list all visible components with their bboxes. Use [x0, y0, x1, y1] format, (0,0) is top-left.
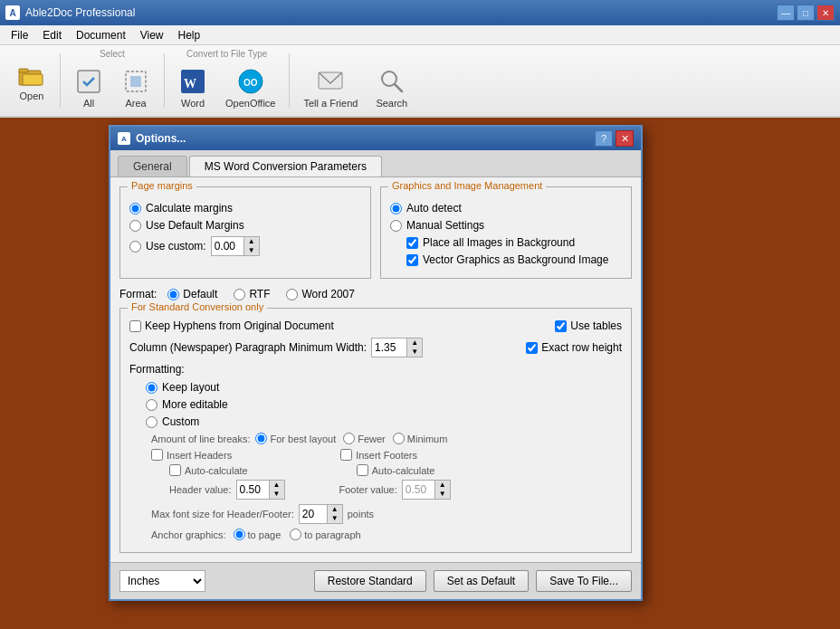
svg-rect-3 — [78, 71, 100, 92]
tab-msword[interactable]: MS Word Conversion Parameters — [189, 156, 382, 176]
restore-standard-button[interactable]: Restore Standard — [314, 570, 426, 592]
share-items: Tell a Friend Search — [295, 62, 415, 113]
dialog-controls: ? ✕ — [595, 130, 634, 147]
tab-general[interactable]: General — [118, 156, 187, 176]
use-tables-label: Use tables — [570, 319, 622, 332]
footer-down[interactable]: ▼ — [435, 490, 450, 499]
convert-label: Convert to File Type — [186, 49, 267, 59]
auto-calc-header-label: Auto-calculate — [185, 465, 248, 476]
line-breaks-row: Amount of line breaks: For best layout F… — [151, 433, 622, 444]
footer-value-input[interactable] — [403, 482, 434, 497]
auto-detect-row: Auto detect — [390, 202, 622, 214]
more-editable-row: More editable — [146, 398, 622, 411]
auto-calc-header-checkbox[interactable] — [169, 464, 181, 476]
line-breaks-label: Amount of line breaks: — [151, 434, 250, 444]
header-down[interactable]: ▼ — [270, 490, 284, 499]
dialog-close-button[interactable]: ✕ — [616, 130, 634, 147]
std-conversion-title: For Standard Conversion only — [128, 301, 267, 312]
format-rtf-radio[interactable] — [234, 289, 245, 300]
insert-footers-checkbox[interactable] — [340, 449, 352, 461]
units-select[interactable]: Inches Centimeters Points — [119, 570, 205, 592]
column-value-input[interactable] — [372, 340, 406, 355]
minimize-button[interactable]: — — [777, 5, 795, 21]
toolbar-open-button[interactable]: Open — [9, 55, 54, 106]
keep-hyphens-checkbox[interactable] — [129, 320, 141, 332]
manual-settings-row: Manual Settings — [390, 219, 622, 232]
custom-margins-radio[interactable] — [129, 241, 141, 253]
toolbar-openoffice-button[interactable]: OO OpenOffice — [217, 62, 283, 113]
svg-rect-1 — [19, 69, 28, 72]
custom-margins-spinner: ▲ ▼ — [243, 237, 259, 255]
column-up[interactable]: ▲ — [407, 338, 422, 348]
max-font-input[interactable] — [300, 507, 327, 521]
max-font-spinner: ▲ ▼ — [327, 505, 342, 523]
keep-layout-radio[interactable] — [146, 382, 158, 394]
auto-calc-footer-checkbox[interactable] — [357, 464, 368, 476]
toolbar-word-button[interactable]: W Word — [170, 62, 215, 113]
header-value-input[interactable] — [237, 482, 269, 497]
max-font-down[interactable]: ▼ — [328, 514, 342, 523]
custom-margins-up[interactable]: ▲ — [244, 237, 259, 246]
close-button[interactable]: ✕ — [816, 5, 835, 21]
svg-text:W: W — [184, 77, 196, 91]
auto-calc-footer-label: Auto-calculate — [372, 465, 435, 476]
toolbar: Open Select All — [0, 45, 840, 118]
exact-row-checkbox[interactable] — [526, 342, 538, 354]
menu-file[interactable]: File — [4, 27, 35, 43]
custom-margins-down[interactable]: ▼ — [244, 246, 259, 255]
vector-graphics-checkbox[interactable] — [406, 254, 418, 266]
default-margins-radio[interactable] — [129, 220, 141, 232]
save-to-file-button[interactable]: Save To File... — [536, 570, 632, 592]
word-label: Word — [181, 98, 205, 109]
select-items: All Area — [66, 62, 158, 113]
place-images-checkbox[interactable] — [406, 237, 418, 249]
column-down[interactable]: ▼ — [407, 348, 422, 357]
column-label: Column (Newspaper) Paragraph Minimum Wid… — [129, 341, 367, 354]
max-font-up[interactable]: ▲ — [328, 505, 342, 514]
svg-text:OO: OO — [243, 78, 258, 88]
menu-view[interactable]: View — [133, 27, 171, 43]
max-font-wrap: ▲ ▼ — [299, 504, 343, 524]
toolbar-search-button[interactable]: Search — [368, 62, 415, 113]
format-word2007-radio[interactable] — [286, 289, 298, 300]
tell-friend-label: Tell a Friend — [303, 98, 358, 109]
keep-layout-row: Keep layout — [146, 381, 622, 394]
custom-formatting-radio[interactable] — [146, 416, 158, 428]
calc-margins-row: Calculate margins — [129, 202, 361, 214]
toolbar-all-button[interactable]: All — [66, 62, 111, 113]
use-tables-checkbox[interactable] — [555, 320, 567, 332]
svg-rect-2 — [23, 74, 43, 85]
anchor-page-radio[interactable] — [234, 529, 245, 540]
select-section: Select All Area — [66, 49, 158, 113]
footer-up[interactable]: ▲ — [435, 481, 450, 490]
auto-detect-radio[interactable] — [390, 203, 402, 214]
dialog-icon: A — [118, 132, 130, 145]
toolbar-tell-friend-button[interactable]: Tell a Friend — [295, 62, 366, 113]
share-label-empty — [354, 49, 357, 59]
insert-headers-checkbox[interactable] — [151, 449, 163, 461]
calc-margins-radio[interactable] — [129, 203, 141, 214]
set-default-button[interactable]: Set as Default — [434, 570, 529, 592]
more-editable-radio[interactable] — [146, 399, 158, 411]
exact-row-label: Exact row height — [541, 341, 622, 354]
maximize-button[interactable]: □ — [797, 5, 815, 21]
custom-margins-input[interactable] — [212, 239, 243, 253]
header-up[interactable]: ▲ — [270, 481, 284, 490]
svg-line-12 — [395, 84, 402, 91]
dialog-help-button[interactable]: ? — [595, 130, 613, 147]
anchor-para-radio[interactable] — [290, 529, 301, 540]
app-icon: A — [5, 5, 20, 20]
line-breaks-fewer-radio[interactable] — [343, 433, 355, 444]
menu-edit[interactable]: Edit — [35, 27, 69, 43]
line-breaks-minimum-radio[interactable] — [393, 433, 405, 444]
format-default-radio[interactable] — [167, 289, 179, 300]
area-label: Area — [125, 98, 146, 109]
menu-document[interactable]: Document — [69, 27, 133, 43]
manual-settings-radio[interactable] — [390, 220, 402, 232]
line-breaks-best-radio[interactable] — [255, 433, 267, 444]
dialog-title: Options... — [136, 132, 595, 145]
menu-help[interactable]: Help — [171, 27, 208, 43]
custom-formatting-row: Custom — [146, 415, 622, 428]
toolbar-area-button[interactable]: Area — [113, 62, 158, 113]
title-bar: A Able2Doc Professional — □ ✕ — [0, 0, 840, 25]
